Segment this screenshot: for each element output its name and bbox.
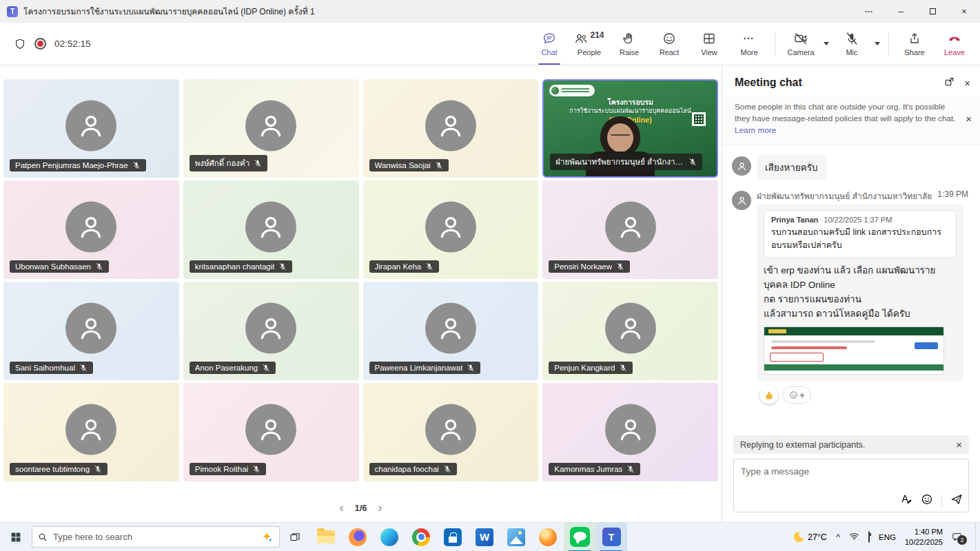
people-button[interactable]: 214 People <box>569 23 609 65</box>
mic-button[interactable]: Mic <box>832 23 872 65</box>
camera-control: Camera <box>781 23 832 65</box>
quoted-message[interactable]: Prinya Tanan 10/22/2025 1:37 PM รบกวนสอบ… <box>764 210 957 258</box>
file-explorer-icon <box>317 530 335 543</box>
attached-screenshot-thumbnail[interactable] <box>764 326 944 375</box>
leave-button[interactable]: Leave <box>935 23 974 65</box>
weather-icon <box>794 532 804 542</box>
show-desktop-button[interactable] <box>975 523 979 551</box>
external-reply-banner: Replying to external participants. × <box>733 435 969 454</box>
react-label: React <box>660 48 680 56</box>
share-label: Share <box>904 48 924 56</box>
avatar <box>425 201 476 252</box>
react-button[interactable]: React <box>649 23 689 65</box>
participant-tile[interactable]: Jirapan Keha <box>363 180 539 279</box>
close-chat-button[interactable]: × <box>964 78 970 88</box>
divider <box>941 495 942 507</box>
taskbar-app-word[interactable]: W <box>469 523 500 551</box>
taskbar-app-firefox[interactable] <box>342 523 374 551</box>
minimize-button[interactable]: – <box>885 0 917 23</box>
participant-tile[interactable]: Penjun Kangkard <box>542 282 718 380</box>
line-icon <box>570 527 590 547</box>
previous-page-button[interactable]: ‹ <box>339 501 343 514</box>
close-button[interactable]: × <box>948 0 980 23</box>
avatar <box>605 302 656 353</box>
chat-message: ฝ่ายพัฒนาทรัพยากรมนุษย์ สำนักงานมหาวิทยา… <box>732 189 969 404</box>
system-tray: 27°C ^ ENG 1:40 PM 10/22/2025 2 <box>794 523 980 551</box>
network-button[interactable] <box>849 531 859 543</box>
send-message-button[interactable] <box>950 493 963 508</box>
participant-tile[interactable]: Ubonwan Subhasaen <box>3 180 179 279</box>
dismiss-notice-button[interactable]: × <box>966 114 972 124</box>
mic-off-icon <box>626 465 635 473</box>
more-button[interactable]: ••• More <box>729 23 769 65</box>
dismiss-reply-banner-button[interactable]: × <box>956 439 962 450</box>
participant-tile[interactable]: Anon Paserakung <box>183 282 359 380</box>
participant-tile[interactable]: Pensiri Norkaew <box>542 180 718 279</box>
participant-tile[interactable]: Kamonmas Jumras <box>542 383 718 481</box>
search-input[interactable] <box>53 532 256 542</box>
weather-widget[interactable]: 27°C <box>794 532 827 542</box>
participant-tile[interactable]: Paweena Limkanjanawat <box>363 282 539 380</box>
taskbar-app-file-explorer[interactable] <box>310 523 342 551</box>
taskbar-app-edge[interactable] <box>374 523 405 551</box>
page-indicator: 1/6 <box>354 503 367 513</box>
emoji-button[interactable] <box>921 493 933 508</box>
participant-tile-video-active-speaker[interactable]: โครงการอบรม การใช้งานระบบแผนพัฒนารายบุคค… <box>542 79 718 178</box>
format-button[interactable] <box>900 493 912 508</box>
window-controls: ••• – × <box>853 0 980 23</box>
taskbar-app-browser[interactable] <box>532 523 564 551</box>
avatar <box>65 404 116 455</box>
taskbar-app-line[interactable] <box>564 523 595 551</box>
university-logo <box>549 85 595 96</box>
taskbar-clock[interactable]: 1:40 PM 10/22/2025 <box>905 527 943 547</box>
taskbar-app-photos[interactable] <box>500 523 532 551</box>
mic-dropdown-button[interactable] <box>872 23 883 65</box>
taskbar-app-teams[interactable]: T <box>595 523 627 551</box>
browser-icon <box>539 528 557 546</box>
participant-tile[interactable]: Patpen Penjumras Maejo-Phrae <box>3 79 179 178</box>
avatar <box>605 404 656 455</box>
participant-tile[interactable]: chanidapa foochai <box>363 383 539 481</box>
chrome-icon <box>412 528 430 546</box>
camera-button[interactable]: Camera <box>781 23 821 65</box>
pinned-apps: W T <box>310 523 627 551</box>
learn-more-link[interactable]: Learn more <box>735 125 776 135</box>
taskbar-search[interactable] <box>32 526 280 548</box>
task-view-button[interactable] <box>280 523 310 551</box>
raise-hand-button[interactable]: Raise <box>609 23 649 65</box>
next-page-button[interactable]: › <box>378 501 382 514</box>
participant-tile[interactable]: kritsanaphan chantagit <box>183 180 359 279</box>
thumbs-up-reaction[interactable] <box>759 386 778 404</box>
avatar <box>245 404 296 455</box>
taskbar-app-chrome[interactable] <box>405 523 437 551</box>
add-reaction-button[interactable] <box>782 386 811 404</box>
chevron-down-icon <box>875 42 880 45</box>
language-indicator[interactable]: ENG <box>879 533 896 541</box>
avatar <box>605 201 656 252</box>
mic-off-icon <box>443 465 451 473</box>
message-input[interactable] <box>741 466 961 477</box>
show-hidden-icons-button[interactable]: ^ <box>836 532 840 542</box>
avatar <box>245 201 296 252</box>
participant-tile[interactable]: Pimook Roithai <box>183 383 359 481</box>
start-button[interactable] <box>0 523 32 551</box>
titlebar-more-button[interactable]: ••• <box>853 0 885 23</box>
participant-tile[interactable]: พงษ์ศักดิ์ กองคำ <box>183 79 359 178</box>
camera-dropdown-button[interactable] <box>821 23 832 65</box>
message-text: เข้า erp ของท่าน แล้ว เลือก แผนพัฒนารายบ… <box>764 264 957 293</box>
participant-tile[interactable]: Wanwisa Saojai <box>363 79 539 178</box>
chat-button[interactable]: Chat <box>529 23 569 65</box>
taskbar-app-store[interactable] <box>437 523 469 551</box>
action-center-button[interactable]: 2 <box>952 532 962 542</box>
maximize-button[interactable] <box>917 0 948 23</box>
battery-button[interactable] <box>868 532 870 542</box>
view-button[interactable]: View <box>689 23 729 65</box>
participant-tile[interactable]: soontaree tubtimtong <box>3 383 179 481</box>
participant-tile[interactable]: Sani Saihomhual <box>3 282 179 380</box>
participant-name: Penjun Kangkard <box>554 364 615 372</box>
windows-taskbar: W T 27°C ^ ENG 1:40 PM 10/22/2025 2 <box>0 522 980 551</box>
popout-chat-button[interactable] <box>944 76 955 89</box>
chat-message-list[interactable]: เสียงหายครับ ฝ่ายพัฒนาทรัพยากรมนุษย์ สำน… <box>722 145 980 430</box>
view-label: View <box>701 48 717 56</box>
share-button[interactable]: Share <box>895 23 935 65</box>
